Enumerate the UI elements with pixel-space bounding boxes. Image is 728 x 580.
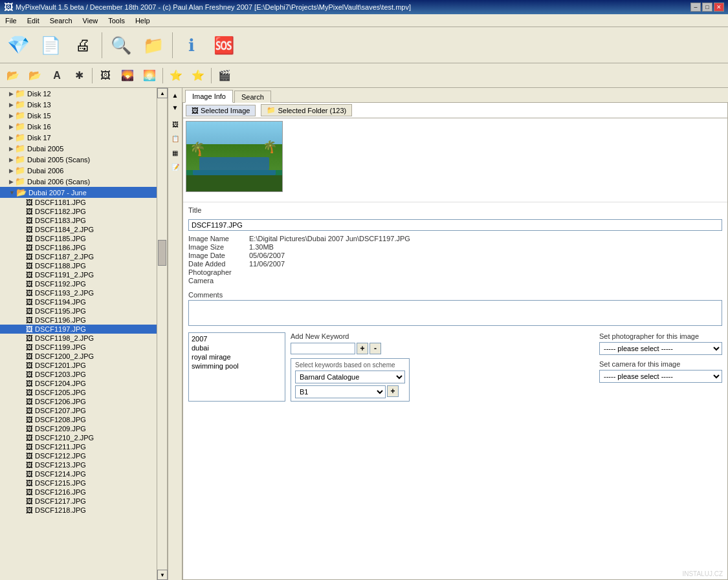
scroll-track[interactable] — [157, 98, 167, 570]
tab-search[interactable]: Search — [234, 91, 271, 103]
tree-item[interactable]: 🖼DSCF1197.JPG — [0, 325, 157, 334]
tree-item[interactable]: 🖼DSCF1204.JPG — [0, 379, 157, 388]
side-note-btn[interactable]: 📝 — [170, 161, 181, 173]
camera-select[interactable]: ----- please select ----- — [599, 370, 722, 383]
tree-item[interactable]: 🖼DSCF1185.JPG — [0, 234, 157, 243]
keyword-item[interactable]: royal mirage — [190, 352, 283, 361]
tree-item[interactable]: 🖼DSCF1203.JPG — [0, 370, 157, 379]
tb2-star3-btn[interactable]: ⭐ — [188, 66, 208, 85]
toolbar-search-btn[interactable]: 🔍 — [105, 30, 137, 61]
tree-item[interactable]: 🖼DSCF1201.JPG — [0, 361, 157, 370]
tb2-landscape-btn[interactable]: 🌄 — [117, 66, 138, 85]
tree-item[interactable]: 🖼DSCF1207.JPG — [0, 406, 157, 415]
tree-expander[interactable]: ▶ — [9, 178, 14, 185]
tb2-image-btn[interactable]: 🖼 — [95, 66, 116, 85]
tree-expander[interactable]: ▶ — [9, 91, 14, 97]
file-tree[interactable]: ▶📁Disk 12▶📁Disk 13▶📁Disk 15▶📁Disk 16▶📁Di… — [0, 88, 157, 580]
tree-item[interactable]: 🖼DSCF1211.JPG — [0, 442, 157, 451]
tree-item[interactable]: 🖼DSCF1188.JPG — [0, 261, 157, 270]
tree-item[interactable]: 🖼DSCF1194.JPG — [0, 297, 157, 306]
tree-item[interactable]: 🖼DSCF1186.JPG — [0, 243, 157, 252]
tree-item[interactable]: 🖼DSCF1196.JPG — [0, 316, 157, 325]
comments-textarea[interactable] — [188, 300, 722, 326]
tree-item[interactable]: 🖼DSCF1208.JPG — [0, 415, 157, 424]
add-keyword-input[interactable] — [291, 343, 355, 354]
tree-item[interactable]: 🖼DSCF1215.JPG — [0, 478, 157, 488]
menu-help[interactable]: Help — [133, 16, 153, 25]
toolbar-new-btn[interactable]: 💎 — [3, 30, 34, 61]
tree-expander[interactable]: ▼ — [9, 189, 15, 196]
tb2-landscape2-btn[interactable]: 🌅 — [139, 66, 160, 85]
side-copy-btn[interactable]: 📋 — [170, 133, 181, 144]
menu-search[interactable]: Search — [47, 16, 75, 25]
keyword-scheme-select[interactable]: Barnard Catalogue — [295, 371, 405, 383]
tree-item[interactable]: 🖼DSCF1195.JPG — [0, 306, 157, 316]
tree-item[interactable]: 🖼DSCF1182.JPG — [0, 207, 157, 216]
tree-item[interactable]: 🖼DSCF1193_2.JPG — [0, 288, 157, 297]
tb2-folder2-btn[interactable]: 📂 — [25, 66, 45, 85]
tree-expander[interactable]: ▶ — [9, 167, 14, 174]
tree-item[interactable]: 🖼DSCF1181.JPG — [0, 198, 157, 207]
tree-expander[interactable]: ▶ — [9, 113, 14, 119]
subtab-selected-image[interactable]: 🖼 Selected Image — [186, 105, 256, 116]
tree-item[interactable]: 🖼DSCF1200_2.JPG — [0, 352, 157, 361]
tree-expander[interactable]: ▶ — [9, 145, 14, 152]
tree-expander[interactable]: ▶ — [9, 156, 14, 163]
close-button[interactable]: ✕ — [714, 3, 724, 12]
tb2-star-btn[interactable]: ✱ — [69, 66, 89, 85]
tree-item[interactable]: ▶📁Dubai 2006 (Scans) — [0, 176, 157, 187]
tree-item[interactable]: 🖼DSCF1187_2.JPG — [0, 252, 157, 261]
tree-item[interactable]: 🖼DSCF1192.JPG — [0, 279, 157, 288]
tb2-open-folder-btn[interactable]: 📂 — [3, 66, 23, 85]
tb2-star2-btn[interactable]: ⭐ — [166, 66, 186, 85]
tree-item[interactable]: 🖼DSCF1206.JPG — [0, 397, 157, 406]
tree-item[interactable]: ▶📁Disk 17 — [0, 132, 157, 143]
tree-expander[interactable]: ▶ — [9, 102, 14, 108]
tree-item[interactable]: 🖼DSCF1199.JPG — [0, 343, 157, 352]
side-down-btn[interactable]: ▼ — [170, 102, 181, 113]
tree-item[interactable]: 🖼DSCF1213.JPG — [0, 460, 157, 469]
tree-item[interactable]: 🖼DSCF1214.JPG — [0, 469, 157, 478]
tree-item[interactable]: 🖼DSCF1205.JPG — [0, 388, 157, 397]
tree-item[interactable]: ▶📁Dubai 2006 — [0, 165, 157, 176]
menu-edit[interactable]: Edit — [25, 16, 42, 25]
side-grid-btn[interactable]: ▦ — [170, 147, 181, 158]
tree-item[interactable]: 🖼DSCF1218.JPG — [0, 506, 157, 515]
toolbar-print-btn[interactable]: 🖨 — [67, 30, 98, 61]
tree-item[interactable]: ▶📁Disk 15 — [0, 110, 157, 121]
tree-item[interactable]: 🖼DSCF1210_2.JPG — [0, 433, 157, 442]
tree-item[interactable]: ▶📁Disk 16 — [0, 121, 157, 132]
keyword-item[interactable]: dubai — [190, 343, 283, 352]
subtab-selected-folder[interactable]: 📁 Selected Folder (123) — [261, 104, 352, 116]
toolbar-help-btn[interactable]: 🆘 — [208, 30, 239, 61]
scroll-up-btn[interactable]: ▲ — [157, 88, 168, 98]
menu-view[interactable]: View — [80, 16, 101, 25]
toolbar-folder-btn[interactable]: 📁 — [138, 30, 169, 61]
tree-item[interactable]: 🖼DSCF1184_2.JPG — [0, 225, 157, 234]
menu-tools[interactable]: Tools — [105, 16, 127, 25]
tree-item[interactable]: 🖼DSCF1212.JPG — [0, 451, 157, 460]
scroll-down-btn[interactable]: ▼ — [157, 570, 168, 580]
keyword-list[interactable]: 2007dubairoyal mirageswimming pool — [188, 332, 285, 402]
tree-item[interactable]: 🖼DSCF1216.JPG — [0, 488, 157, 497]
title-input[interactable] — [188, 219, 722, 231]
tree-expander[interactable]: ▶ — [9, 124, 14, 130]
toolbar-info-btn[interactable]: ℹ — [176, 30, 207, 61]
keyword-item[interactable]: 2007 — [190, 334, 283, 343]
tree-item[interactable]: ▶📁Dubai 2005 — [0, 143, 157, 154]
tab-image-info[interactable]: Image Info — [185, 90, 233, 103]
add-scheme-keyword-btn[interactable]: + — [387, 385, 399, 397]
tree-scrollbar[interactable]: ▲ ▼ — [157, 88, 167, 580]
minimize-button[interactable]: – — [690, 3, 701, 12]
tree-item[interactable]: ▶📁Disk 12 — [0, 88, 157, 99]
tree-item[interactable]: ▶📁Dubai 2005 (Scans) — [0, 154, 157, 165]
add-keyword-btn[interactable]: + — [357, 343, 368, 354]
tb2-film-btn[interactable]: 🎬 — [214, 66, 235, 85]
toolbar-open-btn[interactable]: 📄 — [35, 30, 66, 61]
photographer-select[interactable]: ----- please select ----- — [599, 342, 722, 355]
keyword-item[interactable]: swimming pool — [190, 361, 283, 371]
tree-item[interactable]: ▼📂Dubai 2007 - June — [0, 187, 157, 198]
tree-item[interactable]: 🖼DSCF1209.JPG — [0, 424, 157, 433]
tree-item[interactable]: ▶📁Disk 13 — [0, 99, 157, 110]
side-up-btn[interactable]: ▲ — [170, 89, 181, 101]
